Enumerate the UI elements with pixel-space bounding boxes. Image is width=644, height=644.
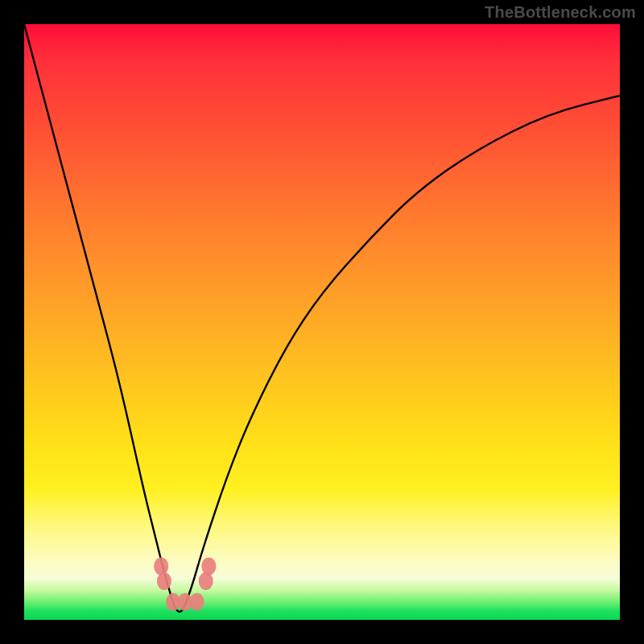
curve-marker [157, 572, 171, 590]
chart-frame: TheBottleneck.com [0, 0, 644, 644]
curve-svg [24, 24, 620, 620]
marker-group [154, 557, 216, 610]
curve-marker [199, 572, 213, 590]
curve-marker [201, 557, 216, 575]
curve-marker [154, 557, 168, 575]
watermark-text: TheBottleneck.com [485, 3, 636, 22]
curve-marker [190, 593, 204, 611]
plot-area [24, 24, 620, 620]
bottleneck-curve [24, 24, 620, 612]
